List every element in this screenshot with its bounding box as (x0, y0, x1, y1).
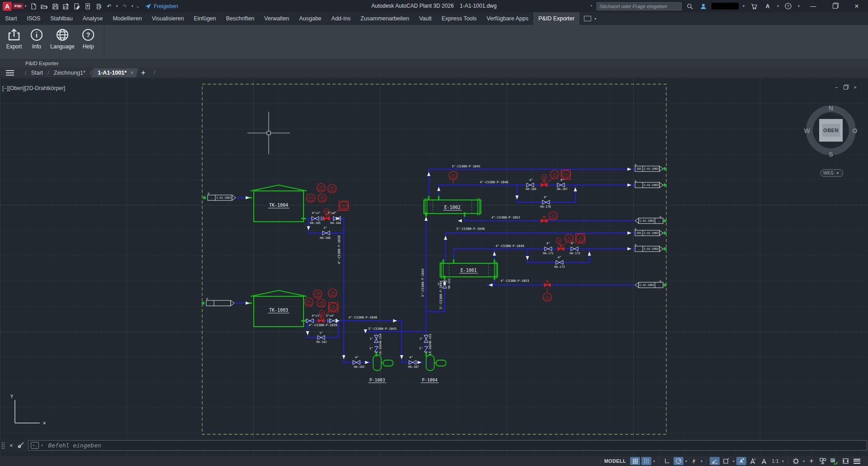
viewcube[interactable]: N W O S OBEN (806, 105, 856, 155)
tab-beschriften[interactable]: Beschriften (221, 12, 260, 25)
account-dropdown-icon[interactable]: ▾ (743, 4, 745, 8)
osnap-3d-dropdown-icon[interactable]: ▾ (700, 459, 703, 463)
command-grip-handle[interactable] (1, 442, 5, 449)
save-as-icon[interactable] (61, 1, 71, 11)
search-icon[interactable] (684, 1, 695, 11)
graphics-performance-icon[interactable] (829, 457, 839, 465)
tab-verwalten[interactable]: Verwalten (259, 12, 294, 25)
drawing-canvas[interactable] (0, 78, 868, 466)
vp-restore-icon[interactable] (844, 86, 848, 90)
new-file-icon[interactable] (28, 1, 39, 11)
viewcube-south[interactable]: S (829, 151, 833, 158)
restore-icon (833, 4, 838, 9)
help-button[interactable]: ? Help (77, 27, 100, 51)
search-history-icon[interactable]: ‣ (590, 4, 593, 8)
separator (787, 458, 788, 464)
search-input[interactable] (597, 2, 682, 10)
tab-start[interactable]: Start (0, 12, 22, 25)
tab-express-tools[interactable]: Express Tools (436, 12, 482, 25)
viewport-controls-label[interactable]: [−][Oben][2D-Drahtkörper] (2, 85, 65, 91)
clean-screen-icon[interactable] (840, 457, 850, 465)
snap-icon[interactable] (641, 457, 651, 465)
tab-modellieren[interactable]: Modellieren (108, 12, 147, 25)
close-button[interactable]: × (847, 0, 866, 12)
language-button[interactable]: Language (48, 27, 77, 51)
model-space-label[interactable]: MODELL (604, 458, 626, 464)
tab-separator: / (47, 69, 49, 76)
undo-icon[interactable]: ↶ (104, 1, 115, 11)
settings-dropdown-icon[interactable]: ▾ (802, 459, 805, 463)
viewcube-north[interactable]: N (829, 105, 833, 112)
tab-pid-exporter[interactable]: P&ID Exporter (533, 12, 579, 25)
dynamic-constraints-icon[interactable] (721, 457, 731, 465)
cart-icon[interactable] (749, 1, 759, 11)
vp-close-icon[interactable]: × (854, 85, 856, 90)
isolate-objects-icon[interactable] (818, 457, 828, 465)
print-icon[interactable] (93, 1, 104, 11)
tab-stahlbau[interactable]: Stahlbau (45, 12, 77, 25)
wrench-icon[interactable] (18, 442, 24, 450)
osnap-icon[interactable] (748, 457, 758, 465)
chevron-down-icon: ▾ (594, 17, 596, 21)
titlebar-right-cluster: ‣ ▾ A ▾ ? ▾ — × (589, 0, 868, 12)
constraints-dropdown-icon[interactable]: ▾ (732, 459, 735, 463)
share-button[interactable]: Freigeben (145, 3, 178, 10)
user-icon[interactable] (698, 1, 709, 11)
close-tab-icon[interactable]: × (130, 70, 133, 76)
viewcube-face-top[interactable]: OBEN (819, 119, 843, 142)
redo-icon[interactable]: ↷ (119, 1, 130, 11)
tab-einfuegen[interactable]: Einfügen (189, 12, 221, 25)
autodesk-a-icon[interactable]: A (762, 1, 773, 11)
redo-dropdown-icon[interactable]: ▾ (132, 4, 133, 8)
export-button[interactable]: Export (3, 27, 25, 51)
crosshair-plus-icon[interactable]: + (806, 457, 816, 465)
minimize-button[interactable]: — (804, 0, 823, 12)
osnap-2d-icon[interactable] (759, 457, 769, 465)
file-tab-zeichnung1[interactable]: Zeichnung1* (54, 70, 85, 76)
osnap-tracking-icon[interactable] (736, 457, 746, 465)
tab-ausgabe[interactable]: Ausgabe (294, 12, 326, 25)
polar-tracking-icon[interactable] (674, 457, 683, 465)
app-menu-button[interactable]: A P3D ▾ (3, 2, 28, 11)
tab-isos[interactable]: ISOS (22, 12, 45, 25)
help-icon[interactable]: ? (783, 1, 794, 11)
qat-customize-icon[interactable]: ⌄ (136, 4, 140, 9)
tab-addins[interactable]: Add-ins (327, 12, 356, 25)
file-tab-menu-icon[interactable] (6, 70, 14, 76)
apps-dropdown-icon[interactable]: ▾ (777, 4, 779, 8)
polar-dropdown-icon[interactable]: ▾ (685, 459, 688, 463)
help-dropdown-icon[interactable]: ▾ (798, 4, 800, 8)
grid-icon[interactable] (630, 457, 640, 465)
osnap-3d-icon[interactable] (689, 457, 699, 465)
ortho-icon[interactable] (662, 457, 672, 465)
restore-button[interactable] (825, 0, 844, 12)
vp-minimize-icon[interactable]: − (835, 85, 838, 90)
new-drawing-button[interactable]: + (141, 68, 146, 77)
tab-visualisieren[interactable]: Visualisieren (147, 12, 189, 25)
tab-analyse[interactable]: Analyse (78, 12, 108, 25)
undo-dropdown-icon[interactable]: ▾ (116, 4, 118, 8)
save-icon[interactable] (50, 1, 61, 11)
tab-zusammenarbeiten[interactable]: Zusammenarbeiten (356, 12, 414, 25)
viewcube-east[interactable]: O (853, 127, 858, 134)
command-history-icon[interactable]: ▾ (41, 443, 43, 447)
open-folder-icon[interactable] (39, 1, 50, 11)
mobile-upload-icon[interactable] (82, 1, 93, 11)
annotation-scale-value[interactable]: 1:1 (770, 457, 780, 465)
isodraft-icon[interactable] (710, 457, 720, 465)
tab-vault[interactable]: Vault (414, 12, 437, 25)
plot-icon[interactable] (71, 1, 82, 11)
tab-verfuegbare-apps[interactable]: Verfügbare Apps (482, 12, 533, 25)
settings-gear-icon[interactable] (791, 457, 801, 465)
info-button[interactable]: Info (25, 27, 48, 51)
file-tab-1-a1-1001[interactable]: 1-A1-1001*× (91, 68, 138, 77)
file-tab-start[interactable]: Start (31, 70, 43, 76)
command-input[interactable]: >_ ▾ Befehl eingeben (28, 440, 867, 451)
customization-menu-icon[interactable] (852, 457, 862, 465)
wcs-menu[interactable]: WKS▼ (821, 169, 843, 177)
ribbon-display-toggle[interactable]: ▾ (584, 12, 598, 25)
snap-dropdown-icon[interactable]: ▾ (653, 459, 655, 463)
viewcube-west[interactable]: W (804, 127, 810, 134)
scale-dropdown-icon[interactable]: ▾ (782, 459, 784, 463)
close-command-icon[interactable]: × (9, 442, 13, 449)
